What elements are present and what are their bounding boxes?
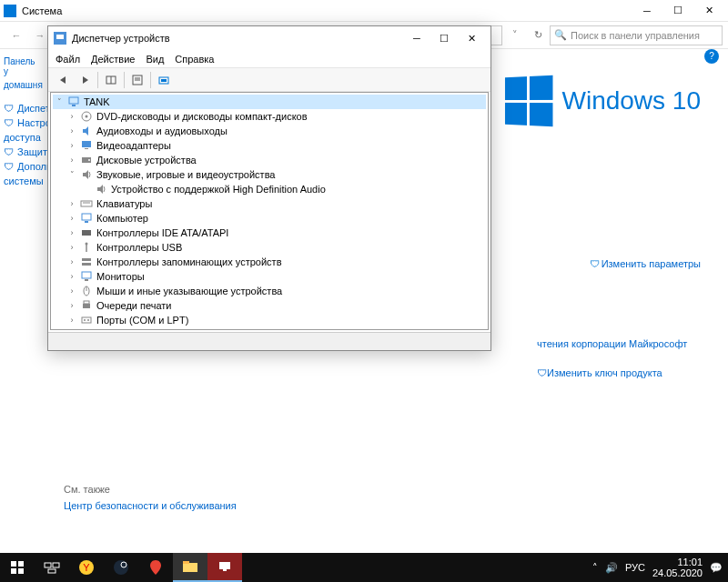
- svg-rect-46: [11, 568, 16, 574]
- tree-node[interactable]: ›Дисковые устройства: [53, 153, 486, 167]
- tree-node[interactable]: ›Порты (COM и LPT): [53, 313, 486, 327]
- tree-twisty[interactable]: ˅: [67, 170, 76, 179]
- sidebar-item[interactable]: 🛡Диспетч: [4, 101, 42, 115]
- tree-node[interactable]: ›Мониторы: [53, 269, 486, 284]
- ms-license-link[interactable]: чтения корпорации Майкрософт: [537, 338, 687, 349]
- tree-node[interactable]: ›DVD-дисководы и дисководы компакт-диско…: [53, 109, 486, 124]
- ide-icon: [80, 226, 93, 239]
- tree-node[interactable]: ›Клавиатуры: [53, 196, 486, 211]
- see-also: См. также Центр безопасности и обслужива…: [64, 484, 237, 511]
- svg-rect-10: [72, 105, 76, 106]
- menu-action[interactable]: Действие: [91, 54, 135, 65]
- tree-twisty[interactable]: ›: [67, 257, 76, 266]
- start-button[interactable]: [0, 553, 35, 582]
- svg-text:Y: Y: [83, 562, 90, 573]
- windows10-logo: Windows 10: [503, 76, 701, 125]
- security-center-link[interactable]: Центр безопасности и обслуживания: [64, 500, 237, 511]
- svg-point-53: [114, 560, 128, 575]
- sidebar-item[interactable]: 🛡Дополни: [4, 159, 42, 174]
- tree-twisty[interactable]: ›: [67, 243, 76, 252]
- back-button[interactable]: ←: [5, 25, 27, 46]
- tray-notifications-icon[interactable]: 💬: [710, 562, 723, 574]
- toolbar-back[interactable]: [54, 71, 74, 89]
- tree-twisty[interactable]: ›: [67, 301, 76, 310]
- tree-node[interactable]: ›Контроллеры запоминающих устройств: [53, 255, 486, 269]
- toolbar-scan[interactable]: [154, 71, 174, 89]
- svg-rect-55: [183, 563, 197, 572]
- usb-icon: [80, 241, 93, 254]
- sound-icon: [95, 183, 107, 196]
- tree-node[interactable]: ›Очереди печати: [53, 298, 486, 313]
- see-also-heading: См. также: [64, 484, 237, 495]
- disc-icon: [80, 110, 93, 123]
- taskbar-app-devicemanager[interactable]: [207, 553, 242, 582]
- tree-node[interactable]: ›Мыши и иные указывающие устройства: [53, 284, 486, 298]
- menu-help[interactable]: Справка: [175, 54, 214, 65]
- port-icon: [80, 314, 93, 326]
- tree-twisty[interactable]: ›: [67, 199, 76, 208]
- tree-twisty[interactable]: ˅: [55, 97, 64, 106]
- tree-twisty[interactable]: ›: [67, 316, 76, 325]
- search-input[interactable]: 🔍 Поиск в панели управления: [550, 25, 723, 45]
- taskbar-app-explorer[interactable]: [173, 553, 207, 582]
- tree-twisty[interactable]: ›: [67, 112, 76, 121]
- change-key-link[interactable]: 🛡Изменить ключ продукта: [537, 367, 687, 378]
- tree-twisty[interactable]: ›: [67, 156, 76, 165]
- toolbar-properties[interactable]: [127, 71, 147, 89]
- tree-node[interactable]: Устройство с поддержкой High Definition …: [53, 182, 486, 196]
- refresh-button[interactable]: ↻: [528, 29, 548, 41]
- tree-twisty[interactable]: ›: [67, 228, 76, 237]
- close-button[interactable]: ✕: [693, 0, 724, 22]
- sidebar-item[interactable]: 🛡Настройк: [4, 115, 42, 130]
- dm-minimize-button[interactable]: ─: [403, 28, 430, 48]
- tree-node[interactable]: ›Программные устройства: [53, 327, 486, 330]
- tray-volume-icon[interactable]: 🔊: [605, 562, 618, 574]
- tree-node[interactable]: ›Компьютер: [53, 211, 486, 226]
- taskbar-app-steam[interactable]: [104, 553, 138, 582]
- tree-node[interactable]: ›Контроллеры IDE ATA/ATAPI: [53, 226, 486, 240]
- menu-file[interactable]: Файл: [56, 54, 80, 65]
- svg-rect-14: [85, 148, 88, 149]
- maximize-button[interactable]: ☐: [662, 0, 693, 22]
- svg-rect-31: [84, 301, 89, 304]
- dm-titlebar[interactable]: Диспетчер устройств ─ ☐ ✕: [48, 26, 490, 50]
- toolbar-show-hide[interactable]: [101, 71, 121, 89]
- menu-view[interactable]: Вид: [146, 54, 164, 65]
- tree-label: Клавиатуры: [96, 198, 152, 209]
- dm-maximize-button[interactable]: ☐: [430, 28, 458, 48]
- tree-twisty[interactable]: ›: [67, 141, 76, 150]
- taskview-button[interactable]: [35, 553, 69, 582]
- dm-close-button[interactable]: ✕: [458, 28, 485, 48]
- history-dropdown[interactable]: ˅: [504, 25, 526, 46]
- system-tray[interactable]: ˄ 🔊 РУС 11:01 24.05.2020 💬: [587, 557, 728, 578]
- tree-label: Компьютер: [96, 213, 148, 224]
- computer-icon: [67, 95, 80, 108]
- device-tree[interactable]: ˅TANK›DVD-дисководы и дисководы компакт-…: [50, 92, 489, 330]
- tree-twisty[interactable]: ›: [67, 272, 76, 281]
- tree-node[interactable]: ›Аудиовходы и аудиовыходы: [53, 124, 486, 138]
- tree-label: Устройство с поддержкой High Definition …: [111, 184, 326, 195]
- sidebar-item[interactable]: 🛡Защита с: [4, 145, 42, 159]
- tree-twisty[interactable]: ›: [67, 286, 76, 296]
- printer-icon: [80, 299, 93, 312]
- dm-menubar: Файл Действие Вид Справка: [48, 50, 490, 68]
- mouse-icon: [80, 285, 93, 297]
- shield-icon: 🛡: [537, 367, 547, 378]
- toolbar-forward[interactable]: [75, 71, 95, 89]
- tree-node[interactable]: ˅Звуковые, игровые и видеоустройства: [53, 167, 486, 182]
- tree-node[interactable]: ›Контроллеры USB: [53, 240, 486, 255]
- taskbar-app-yandex[interactable]: Y: [69, 553, 104, 582]
- tray-chevron-icon[interactable]: ˄: [592, 562, 598, 574]
- tree-node[interactable]: ˅TANK: [53, 95, 486, 109]
- svg-rect-48: [45, 563, 51, 567]
- tree-node[interactable]: ›Видеоадаптеры: [53, 138, 486, 153]
- tree-twisty[interactable]: ›: [67, 126, 76, 135]
- taskbar-app-maps[interactable]: [138, 553, 173, 582]
- change-params-link[interactable]: 🛡Изменить параметры: [590, 258, 701, 269]
- minimize-button[interactable]: ─: [632, 0, 662, 22]
- tray-lang[interactable]: РУС: [625, 562, 645, 573]
- svg-rect-49: [53, 563, 59, 567]
- tree-twisty[interactable]: ›: [67, 214, 76, 223]
- svg-rect-58: [223, 569, 227, 571]
- tray-clock[interactable]: 11:01 24.05.2020: [652, 557, 703, 578]
